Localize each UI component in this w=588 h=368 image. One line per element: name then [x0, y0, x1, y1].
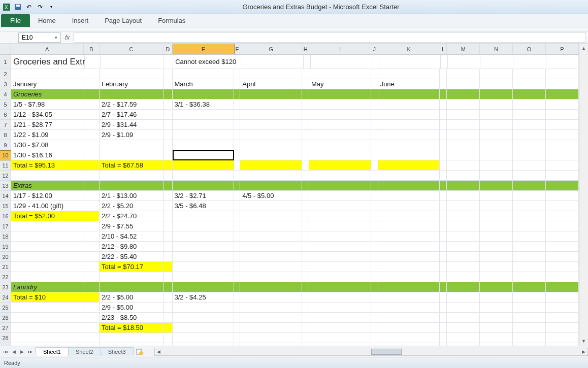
cell-E9[interactable]: [173, 140, 235, 150]
cell-P6[interactable]: [546, 110, 579, 120]
cell-N25[interactable]: [480, 303, 513, 313]
cell-J20[interactable]: [371, 252, 378, 262]
cell-O1[interactable]: [513, 55, 546, 69]
cell-C14[interactable]: 2/1 - $13.00: [100, 191, 164, 201]
cell-P5[interactable]: [546, 99, 579, 110]
cell-H23[interactable]: [302, 282, 309, 292]
cell-C1[interactable]: [101, 55, 164, 69]
cell-M21[interactable]: [447, 262, 480, 272]
cell-K3[interactable]: June: [378, 79, 440, 89]
cell-I2[interactable]: [309, 69, 371, 79]
col-header-H[interactable]: H: [302, 44, 309, 54]
cell-E19[interactable]: [173, 242, 235, 252]
cell-F6[interactable]: [234, 110, 240, 120]
cell-C29[interactable]: [100, 343, 164, 346]
cell-J22[interactable]: [371, 272, 378, 282]
cell-B2[interactable]: [83, 69, 100, 79]
cell-D26[interactable]: [164, 313, 173, 323]
cell-P1[interactable]: [546, 55, 579, 69]
cell-L29[interactable]: [440, 343, 447, 346]
cell-L26[interactable]: [440, 313, 447, 323]
cell-G29[interactable]: [240, 343, 302, 346]
cell-L27[interactable]: [440, 323, 447, 333]
cell-N2[interactable]: [480, 69, 513, 79]
cell-G12[interactable]: [240, 171, 302, 181]
cell-A24[interactable]: Total = $10: [11, 292, 83, 303]
cell-L28[interactable]: [440, 333, 447, 343]
cell-B9[interactable]: [83, 140, 100, 150]
cell-B14[interactable]: [83, 191, 100, 201]
cell-I29[interactable]: [309, 343, 371, 346]
cell-H17[interactable]: [302, 221, 309, 231]
cell-N12[interactable]: [480, 171, 513, 181]
cell-E28[interactable]: [173, 333, 235, 343]
cell-M11[interactable]: [447, 160, 480, 171]
cell-I17[interactable]: [309, 221, 371, 231]
col-header-A[interactable]: A: [11, 44, 84, 54]
cell-H19[interactable]: [302, 242, 309, 252]
row-header-29[interactable]: 29: [0, 343, 11, 346]
cell-H28[interactable]: [302, 333, 309, 343]
cell-M24[interactable]: [447, 292, 480, 303]
cell-H12[interactable]: [302, 171, 309, 181]
cell-I26[interactable]: [309, 313, 371, 323]
cell-I10[interactable]: [309, 150, 371, 160]
cell-E7[interactable]: [173, 120, 235, 130]
cell-E17[interactable]: [173, 221, 235, 231]
col-header-G[interactable]: G: [240, 44, 302, 54]
cell-C24[interactable]: 2/2 - $5.00: [100, 292, 164, 303]
scroll-track[interactable]: [579, 53, 588, 337]
cell-I9[interactable]: [309, 140, 371, 150]
row-header-7[interactable]: 7: [0, 120, 11, 130]
cell-K7[interactable]: [378, 120, 440, 130]
cell-L15[interactable]: [440, 201, 447, 211]
cell-O22[interactable]: [513, 272, 546, 282]
cell-P22[interactable]: [546, 272, 579, 282]
cell-L4[interactable]: [440, 89, 447, 99]
cell-H11[interactable]: [302, 160, 309, 171]
cell-D15[interactable]: [164, 201, 173, 211]
cell-J25[interactable]: [371, 303, 378, 313]
cell-J19[interactable]: [371, 242, 378, 252]
cell-E2[interactable]: [173, 69, 235, 79]
cell-F21[interactable]: [234, 262, 240, 272]
cell-N5[interactable]: [480, 99, 513, 110]
cell-D28[interactable]: [164, 333, 173, 343]
cell-O19[interactable]: [513, 242, 546, 252]
row-header-1[interactable]: 1: [0, 55, 11, 69]
cell-F10[interactable]: [234, 150, 240, 160]
col-header-J[interactable]: J: [371, 44, 378, 54]
cell-A23[interactable]: Laundry: [11, 282, 83, 292]
cell-K17[interactable]: [378, 221, 440, 231]
cell-C3[interactable]: February: [100, 79, 164, 89]
cell-A8[interactable]: 1/22 - $1.09: [11, 130, 83, 140]
cell-J28[interactable]: [371, 333, 378, 343]
cell-O9[interactable]: [513, 140, 546, 150]
row-header-27[interactable]: 27: [0, 323, 11, 333]
scroll-thumb[interactable]: [371, 349, 402, 355]
cell-H5[interactable]: [302, 99, 309, 110]
cell-M10[interactable]: [447, 150, 480, 160]
row-header-20[interactable]: 20: [0, 252, 11, 262]
cell-N23[interactable]: [480, 282, 513, 292]
cell-D13[interactable]: [164, 181, 173, 191]
cell-D27[interactable]: [164, 323, 173, 333]
cell-E18[interactable]: [173, 231, 235, 242]
cell-L13[interactable]: [440, 181, 447, 191]
tab-formulas[interactable]: Formulas: [150, 14, 193, 27]
cell-I4[interactable]: [309, 89, 371, 99]
cell-J12[interactable]: [371, 171, 378, 181]
cell-I23[interactable]: [309, 282, 371, 292]
cell-G9[interactable]: [240, 140, 302, 150]
cell-A10[interactable]: 1/30 - $16.16: [11, 150, 83, 160]
cell-E10[interactable]: [173, 150, 235, 160]
cell-O8[interactable]: [513, 130, 546, 140]
select-all-button[interactable]: [0, 44, 11, 55]
sheet-tab-sheet1[interactable]: Sheet1: [36, 347, 69, 356]
cell-K27[interactable]: [378, 323, 440, 333]
cell-K20[interactable]: [378, 252, 440, 262]
cell-G17[interactable]: [240, 221, 302, 231]
cell-G14[interactable]: 4/5 - $5.00: [240, 191, 302, 201]
cell-K5[interactable]: [378, 99, 440, 110]
cell-L2[interactable]: [440, 69, 447, 79]
